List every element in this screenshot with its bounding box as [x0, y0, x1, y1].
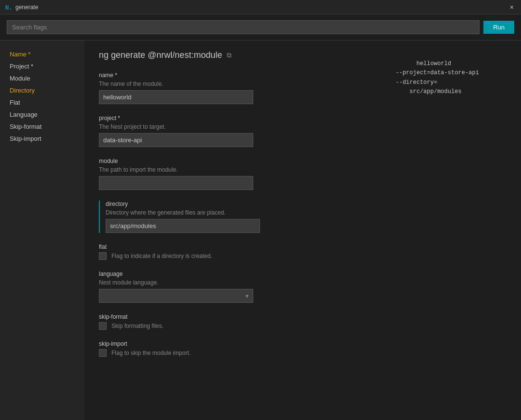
skip-import-section: skip-import Flag to skip the module impo…	[99, 340, 371, 357]
search-bar: Run	[0, 14, 521, 41]
project-label: project *	[99, 115, 371, 122]
module-description: The path to import the module.	[99, 166, 371, 173]
name-label: name *	[99, 72, 371, 79]
language-section: language Nest module language.	[99, 271, 371, 303]
sidebar-item-module[interactable]: Module	[0, 72, 84, 84]
flat-section: flat Flag to indicate if a directory is …	[99, 244, 371, 260]
content-header: ng generate @nrwl/nest:module ⧉	[99, 50, 371, 60]
skip-import-toggle-description: Flag to skip the module import.	[111, 350, 191, 356]
preview-content: helloworld --project=data-store-api --di…	[396, 50, 511, 106]
sidebar-item-directory[interactable]: Directory	[0, 84, 84, 96]
skip-format-toggle-description: Skip formatting files.	[111, 323, 164, 329]
sidebar: Name * Project * Module Directory Flat L…	[0, 41, 84, 420]
skip-import-toggle-row: Flag to skip the module import.	[99, 349, 371, 357]
language-select[interactable]	[99, 289, 253, 303]
directory-input[interactable]	[106, 219, 260, 233]
preview-line2: --project=data-store-api	[396, 69, 479, 76]
skip-import-checkbox[interactable]	[99, 349, 107, 357]
sidebar-item-project[interactable]: Project *	[0, 60, 84, 72]
flat-toggle-row: Flag to indicate if a directory is creat…	[99, 252, 371, 260]
preview-line4: src/app/modules	[396, 88, 462, 95]
flat-toggle-description: Flag to indicate if a directory is creat…	[111, 253, 212, 259]
content-area: ng generate @nrwl/nest:module ⧉ name * T…	[84, 41, 386, 420]
project-input[interactable]	[99, 133, 253, 147]
preview-panel: helloworld --project=data-store-api --di…	[386, 41, 521, 420]
flat-label: flat	[99, 244, 371, 250]
main-layout: Name * Project * Module Directory Flat L…	[0, 41, 521, 420]
titlebar: N. generate ×	[0, 0, 521, 14]
sidebar-item-skip-format[interactable]: Skip-format	[0, 121, 84, 133]
app-icon: N.	[5, 3, 13, 11]
module-label: module	[99, 158, 371, 164]
sidebar-item-name[interactable]: Name *	[0, 48, 84, 60]
skip-format-label: skip-format	[99, 313, 371, 320]
sidebar-item-skip-import[interactable]: Skip-import	[0, 133, 84, 145]
sidebar-item-flat[interactable]: Flat	[0, 96, 84, 108]
language-label: language	[99, 271, 371, 277]
directory-section: directory Directory where the generated …	[99, 201, 371, 233]
search-input[interactable]	[7, 20, 480, 34]
close-button[interactable]: ×	[507, 2, 516, 12]
language-select-wrapper	[99, 289, 253, 303]
name-description: The name of the module.	[99, 81, 371, 87]
sidebar-item-language[interactable]: Language	[0, 108, 84, 121]
flat-checkbox[interactable]	[99, 252, 107, 260]
skip-format-toggle-row: Skip formatting files.	[99, 322, 371, 330]
project-section: project * The Nest project to target.	[99, 115, 371, 147]
name-section: name * The name of the module.	[99, 72, 371, 104]
skip-import-label: skip-import	[99, 340, 371, 347]
run-button[interactable]: Run	[483, 21, 514, 34]
skip-format-section: skip-format Skip formatting files.	[99, 313, 371, 330]
titlebar-title: generate	[15, 4, 505, 11]
skip-format-checkbox[interactable]	[99, 322, 107, 330]
svg-text:N.: N.	[5, 4, 12, 11]
module-section: module The path to import the module.	[99, 158, 371, 190]
language-description: Nest module language.	[99, 279, 371, 286]
preview-line1: helloworld	[416, 60, 451, 67]
copy-icon[interactable]: ⧉	[227, 51, 232, 59]
name-input[interactable]	[99, 90, 253, 104]
page-title: ng generate @nrwl/nest:module	[99, 50, 222, 60]
preview-line3: --directory=	[396, 79, 437, 86]
directory-label: directory	[106, 201, 371, 207]
module-input[interactable]	[99, 176, 253, 190]
directory-description: Directory where the generated files are …	[106, 209, 371, 216]
project-description: The Nest project to target.	[99, 123, 371, 130]
